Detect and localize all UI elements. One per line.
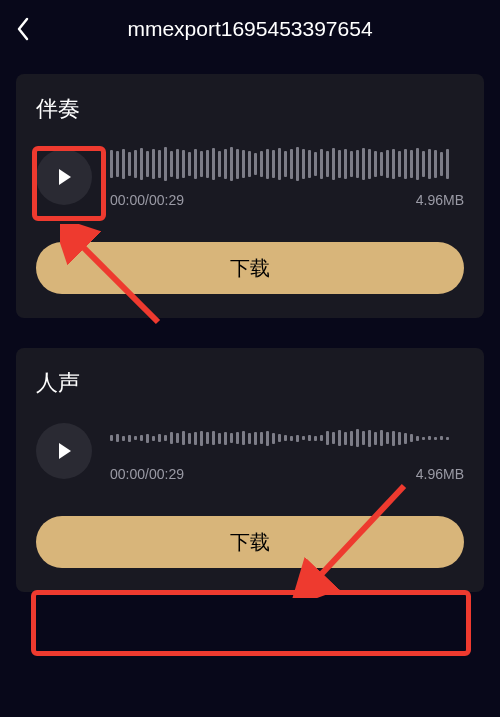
header: mmexport1695453397654	[0, 0, 500, 58]
track-size: 4.96MB	[416, 466, 464, 482]
track-time: 00:00/00:29	[110, 466, 184, 482]
track-card: 伴奏 00:00/00:29 4.96MB 下载	[16, 74, 484, 318]
player-row: 00:00/00:29 4.96MB	[36, 420, 464, 482]
track-title: 人声	[36, 368, 464, 398]
player-row: 00:00/00:29 4.96MB	[36, 146, 464, 208]
play-button[interactable]	[36, 149, 92, 205]
track-time: 00:00/00:29	[110, 192, 184, 208]
page-title: mmexport1695453397654	[0, 17, 500, 41]
waveform[interactable]	[110, 420, 464, 456]
waveform[interactable]	[110, 146, 464, 182]
back-icon[interactable]	[16, 17, 30, 41]
download-button[interactable]: 下载	[36, 242, 464, 294]
track-title: 伴奏	[36, 94, 464, 124]
track-card: 人声 00:00/00:29 4.96MB 下载	[16, 348, 484, 592]
annotation-highlight-box	[31, 590, 471, 656]
play-button[interactable]	[36, 423, 92, 479]
track-size: 4.96MB	[416, 192, 464, 208]
download-button[interactable]: 下载	[36, 516, 464, 568]
